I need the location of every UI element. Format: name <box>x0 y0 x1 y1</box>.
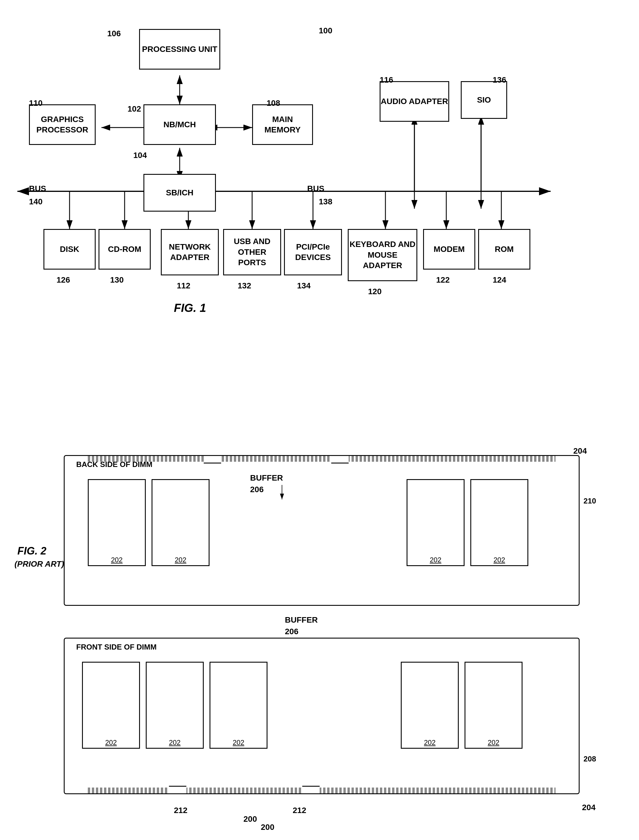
ref-112: 112 <box>177 281 191 290</box>
back-notch-2 <box>331 456 349 463</box>
fig1-wrapper: 100 PROCESSING UNIT 106 NB/MCH 102 MAIN … <box>0 11 639 417</box>
cd-rom-box: CD-ROM <box>99 229 151 270</box>
ref-132: 132 <box>238 281 251 290</box>
front-chip-5: 202 <box>464 662 523 749</box>
modem-box: MODEM <box>423 229 475 270</box>
disk-box: DISK <box>43 229 95 270</box>
ref-106: 106 <box>107 29 121 38</box>
ref-124: 124 <box>493 275 506 285</box>
back-connector-strip <box>88 456 556 462</box>
ref-200: 200 <box>261 822 275 832</box>
ref-208: 208 <box>583 754 596 764</box>
ref-212-1: 212 <box>174 806 188 815</box>
bus-label-left: BUS <box>29 184 46 193</box>
fig2-subtitle: (PRIOR ART) <box>14 559 64 569</box>
ref-134: 134 <box>297 281 311 290</box>
front-buffer-label: BUFFER <box>285 616 318 625</box>
ref-136: 136 <box>493 75 506 84</box>
fig1-title: FIG. 1 <box>174 301 206 315</box>
ref-102: 102 <box>127 104 141 114</box>
nb-mch-box: NB/MCH <box>143 104 216 145</box>
ref-110: 110 <box>29 99 43 108</box>
front-notch-1 <box>169 786 186 793</box>
processing-unit-box: PROCESSING UNIT <box>139 29 220 70</box>
audio-adapter-box: AUDIO ADAPTER <box>380 81 449 122</box>
keyboard-mouse-box: KEYBOARD AND MOUSE ADAPTER <box>348 229 417 281</box>
ref-100: 100 <box>319 26 332 35</box>
back-chip-3: 202 <box>407 479 464 566</box>
back-notch-1 <box>204 456 221 463</box>
sb-ich-box: SB/ICH <box>143 174 216 212</box>
back-dimm-outer: BACK SIDE OF DIMM 210 202 202 BUFFER 206… <box>64 455 580 606</box>
ref-204-bot: 204 <box>582 803 596 812</box>
ref-122: 122 <box>436 275 450 285</box>
front-connector-strip <box>88 788 556 793</box>
usb-ports-box: USB AND OTHER PORTS <box>223 229 281 275</box>
front-notch-2 <box>302 786 320 793</box>
front-chip-4: 202 <box>401 662 459 749</box>
ref-212-2: 212 <box>293 806 306 815</box>
front-side-label: FRONT SIDE OF DIMM <box>76 643 156 652</box>
network-adapter-box: NETWORK ADAPTER <box>161 229 219 275</box>
back-chip-1: 202 <box>88 479 146 566</box>
ref-108: 108 <box>267 99 280 108</box>
ref-126: 126 <box>57 275 70 285</box>
back-chip-4: 202 <box>471 479 528 566</box>
pci-devices-box: PCI/PCIe DEVICES <box>284 229 342 275</box>
rom-box: ROM <box>478 229 530 270</box>
ref-210: 210 <box>583 496 596 506</box>
fig2-title: FIG. 2 <box>17 545 46 557</box>
ref-130: 130 <box>110 275 124 285</box>
graphics-processor-box: GRAPHICS PROCESSOR <box>29 104 95 145</box>
ref-138: 138 <box>319 197 332 206</box>
main-memory-box: MAIN MEMORY <box>252 104 313 145</box>
ref-204-top: 204 <box>573 446 587 456</box>
front-chip-3: 202 <box>210 662 267 749</box>
fig2-wrapper: FIG. 2 (PRIOR ART) 200 BACK SIDE OF DIMM… <box>0 429 639 840</box>
front-dimm-outer: FRONT SIDE OF DIMM BUFFER 206 202 202 20… <box>64 638 580 794</box>
ref-120: 120 <box>368 287 381 296</box>
sio-box: SIO <box>461 81 507 119</box>
ref-140: 140 <box>29 197 43 206</box>
front-buffer-ref: 206 <box>285 627 299 636</box>
bus-label-right: BUS <box>307 184 324 193</box>
ref-200-label: 200 <box>243 815 257 824</box>
ref-104: 104 <box>133 151 147 160</box>
diagram-container: 100 PROCESSING UNIT 106 NB/MCH 102 MAIN … <box>0 0 639 840</box>
ref-116: 116 <box>380 75 393 84</box>
back-buffer-arrow <box>238 479 296 502</box>
back-chip-2: 202 <box>151 479 210 566</box>
front-chip-1: 202 <box>82 662 140 749</box>
front-chip-2: 202 <box>146 662 204 749</box>
